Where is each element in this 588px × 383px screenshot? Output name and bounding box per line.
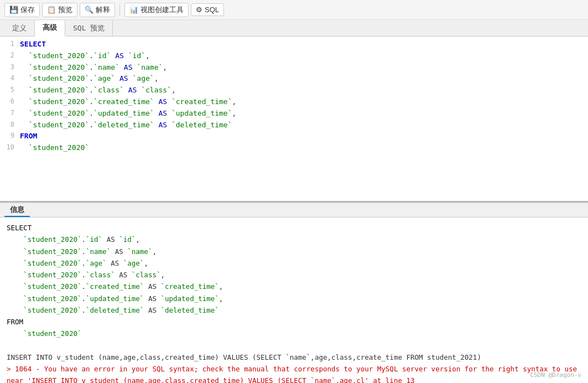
info-tab[interactable]: 信息 [4,204,30,217]
explain-icon: 🔍 [85,6,93,14]
info-from-line: FROM [7,316,581,328]
view-builder-button[interactable]: 📊 视图创建工具 [124,3,189,17]
settings-icon: ⚙ [196,6,202,14]
preview-button[interactable]: 📋 预览 [42,3,77,17]
separator [119,4,120,15]
table-row: 2 `student_2020`.`id` AS `id`, [0,50,588,62]
sql-label: SQL [205,6,219,14]
table-row: 6 `student_2020`.`created_time` AS `crea… [0,96,588,108]
watermark: CSDN @Dragon-v [530,371,581,379]
table-row: 3 `student_2020`.`name` AS `name`, [0,62,588,74]
table-row: 5 `student_2020`.`class` AS `class`, [0,85,588,96]
tab-advanced[interactable]: 高级 [35,20,65,37]
info-line: `student_2020`.`id` AS `id`, [7,234,581,245]
tab-define[interactable]: 定义 [4,20,35,36]
info-insert-stmt: INSERT INTO v_student (name,age,class,cr… [7,351,581,363]
info-content: SELECT `student_2020`.`id` AS `id`, `stu… [0,218,588,383]
tab-bar: 定义 高级 SQL 预览 [0,20,588,37]
table-row: 1 SELECT [0,39,588,50]
preview-icon: 📋 [47,6,56,14]
main-split: 1 SELECT 2 `student_2020`.`id` AS `id`, … [0,37,588,383]
info-line: `student_2020`.`deleted_time` AS `delete… [7,304,581,316]
table-row: 7 `student_2020`.`updated_time` AS `upda… [0,108,588,120]
table-row: 9 FROM [0,131,588,142]
info-tab-bar: 信息 [0,203,588,218]
toolbar: 💾 保存 📋 预览 🔍 解释 📊 视图创建工具 ⚙ SQL [0,0,588,20]
tab-sql-preview[interactable]: SQL 预览 [65,20,113,36]
save-icon: 💾 [9,6,18,14]
save-label: 保存 [20,5,35,15]
table-row: 4 `student_2020`.`age` AS `age`, [0,73,588,85]
sql-button[interactable]: ⚙ SQL [191,3,224,16]
info-line: `student_2020`.`age` AS `age`, [7,257,581,269]
table-row: 10 `student_2020` [0,142,588,154]
explain-button[interactable]: 🔍 解释 [80,3,115,17]
info-panel: 信息 SELECT `student_2020`.`id` AS `id`, `… [0,203,588,383]
sql-editor[interactable]: 1 SELECT 2 `student_2020`.`id` AS `id`, … [0,37,588,203]
save-button[interactable]: 💾 保存 [4,3,40,17]
explain-label: 解释 [96,5,110,15]
info-line: `student_2020`.`name` AS `name`, [7,246,581,257]
info-select-line: SELECT [7,222,581,234]
info-line: `student_2020`.`class` AS `class`, [7,269,581,281]
view-builder-label: 视图创建工具 [141,5,184,15]
info-line: `student_2020`.`created_time` AS `create… [7,281,581,292]
view-builder-icon: 📊 [129,6,138,14]
preview-label: 预览 [58,5,72,15]
table-row: 8 `student_2020`.`deleted_time` AS `dele… [0,120,588,131]
info-error-line: > 1064 - You have an error in your SQL s… [7,363,581,383]
info-table-line: `student_2020` [7,328,581,339]
info-line: `student_2020`.`updated_time` AS `update… [7,293,581,304]
